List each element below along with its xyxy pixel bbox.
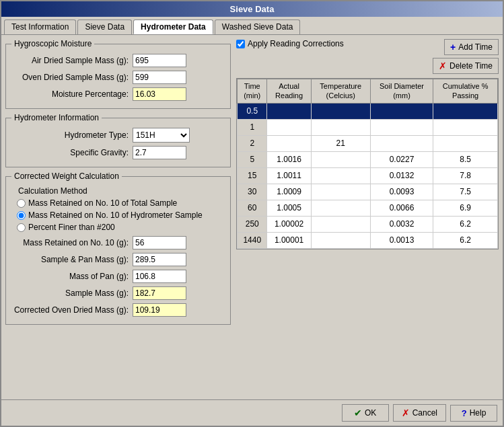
specific-gravity-row: Specific Gravity: [11,146,225,159]
cell-time-3[interactable]: 5 [238,151,267,167]
cell-actual-6[interactable]: 1.0005 [267,200,311,216]
ok-button[interactable]: ✔ OK [342,404,389,422]
help-button[interactable]: ? Help [450,405,497,422]
tab-hydrometer-data[interactable]: Hydrometer Data [133,20,213,34]
table-row[interactable]: 2501.000020.00326.2 [238,216,498,232]
radio-percent-finer[interactable] [17,223,26,232]
help-q-icon: ? [462,408,467,418]
cell-soil_dia-0[interactable] [370,103,433,119]
hygroscopic-moisture-group: Hygroscopic Moisture Air Dried Sample Ma… [5,39,231,109]
table-row[interactable]: 1 [238,119,498,135]
oven-dried-row: Oven Dried Sample Mass (g): [11,71,225,84]
cell-actual-2[interactable] [267,135,311,151]
table-row[interactable]: 221 [238,135,498,151]
mass-pan-label: Mass of Pan (g): [11,272,133,281]
cell-temp-2[interactable]: 21 [311,135,370,151]
cell-soil_dia-5[interactable]: 0.0093 [370,184,433,200]
cell-time-4[interactable]: 15 [238,167,267,184]
moisture-pct-input[interactable] [133,87,186,101]
moisture-pct-label: Moisture Percentage: [11,89,133,99]
cell-time-8[interactable]: 1440 [238,232,267,248]
table-row[interactable]: 51.00160.02278.5 [238,151,498,167]
tab-test-information[interactable]: Test Information [4,20,76,34]
right-top-bar: Apply Reading Corrections + Add Time ✗ D… [236,39,499,74]
air-dried-row: Air Dried Sample Mass (g): [11,54,225,67]
hydrometer-info-group: Hydrometer Information Hydrometer Type: … [5,113,231,167]
table-row[interactable]: 14401.000010.00136.2 [238,232,498,248]
cell-time-2[interactable]: 2 [238,135,267,151]
cell-soil_dia-6[interactable]: 0.0066 [370,200,433,216]
cell-cum_pct-4[interactable]: 7.8 [433,167,498,184]
air-dried-input[interactable] [133,54,186,67]
cell-cum_pct-3[interactable]: 8.5 [433,151,498,167]
cell-actual-0[interactable] [267,103,311,119]
cell-temp-7[interactable] [311,216,370,232]
cell-soil_dia-3[interactable]: 0.0227 [370,151,433,167]
tab-sieve-data[interactable]: Sieve Data [77,20,132,34]
cell-soil_dia-1[interactable] [370,119,433,135]
radio-row-3: Percent Finer than #200 [17,223,225,232]
cell-time-1[interactable]: 1 [238,119,267,135]
corrected-oven-label: Corrected Oven Dried Mass (g): [11,305,133,315]
cell-temp-6[interactable] [311,200,370,216]
specific-gravity-input[interactable] [133,146,186,159]
cell-time-6[interactable]: 60 [238,200,267,216]
add-time-button[interactable]: + Add Time [444,39,499,55]
sample-mass-input[interactable] [133,286,186,300]
apply-corrections-checkbox[interactable] [236,40,245,48]
corrected-weight-legend: Corrected Weight Calculation [11,171,122,181]
cell-cum_pct-5[interactable]: 7.5 [433,184,498,200]
cell-temp-5[interactable] [311,184,370,200]
cell-cum_pct-1[interactable] [433,119,498,135]
cell-cum_pct-2[interactable] [433,135,498,151]
cell-cum_pct-7[interactable]: 6.2 [433,216,498,232]
cell-temp-4[interactable] [311,167,370,184]
cell-soil_dia-8[interactable]: 0.0013 [370,232,433,248]
tab-washed-sieve-data[interactable]: Washed Sieve Data [215,20,301,34]
cell-actual-3[interactable]: 1.0016 [267,151,311,167]
cell-time-5[interactable]: 30 [238,184,267,200]
cell-temp-8[interactable] [311,232,370,248]
table-row[interactable]: 601.00050.00666.9 [238,200,498,216]
cell-actual-8[interactable]: 1.00001 [267,232,311,248]
table-row[interactable]: 151.00110.01327.8 [238,167,498,184]
apply-corrections-label: Apply Reading Corrections [248,39,344,48]
table-row[interactable]: 301.00090.00937.5 [238,184,498,200]
mass-pan-input[interactable] [133,270,186,283]
col-temp: Temperature(Celcius) [311,79,370,104]
cell-soil_dia-7[interactable]: 0.0032 [370,216,433,232]
moisture-pct-row: Moisture Percentage: [11,87,225,101]
oven-dried-input[interactable] [133,71,186,84]
sample-pan-input[interactable] [133,253,186,266]
radio-hydrometer-sample[interactable] [17,211,26,220]
delete-time-button[interactable]: ✗ Delete Time [433,58,499,74]
tab-bar: Test Information Sieve Data Hydrometer D… [1,17,503,34]
cell-actual-5[interactable]: 1.0009 [267,184,311,200]
cell-soil_dia-2[interactable] [370,135,433,151]
cell-temp-1[interactable] [311,119,370,135]
table-row[interactable]: 0.5 [238,103,498,119]
cell-cum_pct-0[interactable] [433,103,498,119]
corrected-oven-input[interactable] [133,303,186,317]
cancel-button[interactable]: ✗ Cancel [393,404,446,422]
radio-total-sample[interactable] [17,199,26,208]
hydrometer-table: Time(min) ActualReading Temperature(Celc… [237,79,498,249]
left-panel: Hygroscopic Moisture Air Dried Sample Ma… [5,39,231,395]
plus-icon: + [450,42,456,52]
cell-time-7[interactable]: 250 [238,216,267,232]
cell-temp-0[interactable] [311,103,370,119]
hydrometer-type-select[interactable]: 151H [133,128,190,143]
mass-retained-input[interactable] [133,236,186,249]
cell-time-0[interactable]: 0.5 [238,103,267,119]
cell-cum_pct-6[interactable]: 6.9 [433,200,498,216]
apply-corrections-row: Apply Reading Corrections [236,39,344,48]
radio-hydrometer-sample-label: Mass Retained on No. 10 of Hydrometer Sa… [28,210,203,220]
hydrometer-type-label: Hydrometer Type: [11,130,133,140]
sample-mass-row: Sample Mass (g): [11,286,225,300]
cell-soil_dia-4[interactable]: 0.0132 [370,167,433,184]
cell-temp-3[interactable] [311,151,370,167]
cell-actual-4[interactable]: 1.0011 [267,167,311,184]
cell-actual-1[interactable] [267,119,311,135]
cell-actual-7[interactable]: 1.00002 [267,216,311,232]
cell-cum_pct-8[interactable]: 6.2 [433,232,498,248]
